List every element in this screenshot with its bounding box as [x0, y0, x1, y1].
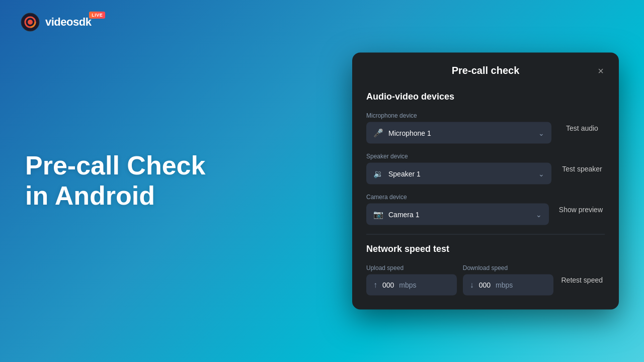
- speaker-value: Speaker 1: [388, 169, 421, 177]
- microphone-value: Microphone 1: [388, 129, 431, 137]
- microphone-row: Microphone device 🎤 Microphone 1 ⌄ Test …: [366, 112, 605, 144]
- logo-text-group: videosdk LIVE: [45, 17, 91, 28]
- microphone-col: Microphone device 🎤 Microphone 1 ⌄: [366, 112, 551, 144]
- speaker-select-inner: 🔉 Speaker 1: [373, 169, 421, 178]
- camera-row: Camera device 📷 Camera 1 ⌄ Show preview: [366, 194, 605, 225]
- hero-line1: Pre-call Check: [25, 151, 205, 181]
- modal-title: Pre-call check: [452, 65, 520, 76]
- upload-unit: mbps: [399, 281, 416, 289]
- hero-title: Pre-call Check in Android: [25, 151, 205, 211]
- upload-speed-box: ↑ 000 mbps: [366, 275, 457, 296]
- test-audio-button[interactable]: Test audio: [559, 120, 605, 136]
- download-unit: mbps: [496, 281, 513, 289]
- show-preview-button[interactable]: Show preview: [557, 201, 605, 217]
- speaker-label: Speaker device: [366, 153, 551, 160]
- speed-row: Upload speed ↑ 000 mbps Download speed ↓…: [366, 264, 605, 296]
- network-section-title: Network speed test: [366, 244, 605, 254]
- upload-label: Upload speed: [366, 264, 457, 272]
- modal-body: Audio-video devices Microphone device 🎤 …: [352, 86, 619, 310]
- camera-value: Camera 1: [388, 210, 419, 218]
- upload-value: 000: [382, 281, 394, 289]
- audio-video-section-title: Audio-video devices: [366, 92, 605, 102]
- upload-col: Upload speed ↑ 000 mbps: [366, 264, 457, 296]
- logo-icon: [20, 12, 40, 32]
- test-speaker-button[interactable]: Test speaker: [559, 160, 605, 176]
- download-arrow-icon: ↓: [470, 281, 474, 290]
- download-label: Download speed: [463, 264, 553, 272]
- download-speed-box: ↓ 000 mbps: [463, 275, 553, 296]
- live-badge: LIVE: [89, 12, 105, 19]
- microphone-select-inner: 🎤 Microphone 1: [373, 128, 431, 138]
- modal-container: Pre-call check × Audio-video devices Mic…: [352, 53, 619, 310]
- speaker-col: Speaker device 🔉 Speaker 1 ⌄: [366, 153, 551, 185]
- download-value: 000: [479, 281, 491, 289]
- retest-speed-button[interactable]: Retest speed: [559, 272, 605, 288]
- download-col: Download speed ↓ 000 mbps: [463, 264, 553, 296]
- camera-label: Camera device: [366, 194, 549, 201]
- hero-text: Pre-call Check in Android: [25, 151, 205, 211]
- upload-arrow-icon: ↑: [373, 281, 377, 290]
- camera-select-inner: 📷 Camera 1: [373, 210, 419, 219]
- speaker-icon: 🔉: [373, 169, 383, 178]
- close-button[interactable]: ×: [593, 63, 609, 79]
- logo-name: videosdk: [45, 17, 91, 28]
- section-divider: [366, 234, 605, 235]
- svg-point-3: [28, 20, 33, 25]
- speaker-select[interactable]: 🔉 Speaker 1 ⌄: [366, 163, 551, 185]
- logo-area: videosdk LIVE: [20, 12, 91, 32]
- camera-col: Camera device 📷 Camera 1 ⌄: [366, 194, 549, 225]
- modal-header: Pre-call check ×: [352, 53, 619, 86]
- speaker-row: Speaker device 🔉 Speaker 1 ⌄ Test speake…: [366, 153, 605, 185]
- camera-select[interactable]: 📷 Camera 1 ⌄: [366, 204, 549, 225]
- network-section: Network speed test Upload speed ↑ 000 mb…: [366, 244, 605, 296]
- microphone-select[interactable]: 🎤 Microphone 1 ⌄: [366, 122, 551, 144]
- camera-chevron-icon: ⌄: [536, 210, 542, 218]
- camera-icon: 📷: [373, 210, 383, 219]
- microphone-icon: 🎤: [373, 128, 383, 138]
- hero-line2: in Android: [25, 181, 205, 211]
- speaker-chevron-icon: ⌄: [538, 169, 544, 177]
- microphone-label: Microphone device: [366, 112, 551, 119]
- microphone-chevron-icon: ⌄: [538, 129, 544, 137]
